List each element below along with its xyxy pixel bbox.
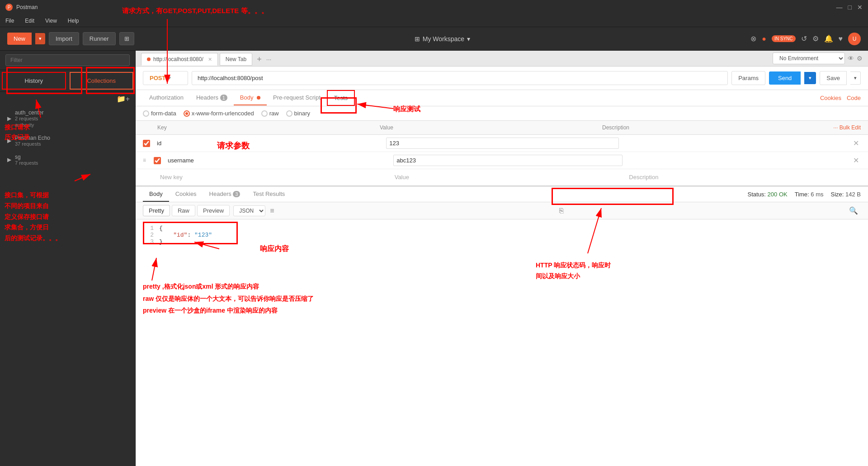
params-table: Key Value Description ··· Bulk Edit ✕ ≡ …: [136, 121, 868, 185]
add-tab-button[interactable]: +: [254, 55, 264, 64]
urlencoded-label: x-www-form-urlencoded: [192, 110, 254, 117]
resp-tab-test-results[interactable]: Test Results: [246, 187, 291, 202]
body-type-tabs: form-data x-www-form-urlencoded raw bina…: [136, 106, 868, 121]
row2-checkbox[interactable]: [154, 157, 161, 164]
interceptor-icon[interactable]: ⊗: [750, 34, 756, 43]
search-response-button[interactable]: 🔍: [846, 205, 861, 216]
close-btn[interactable]: ✕: [857, 4, 863, 11]
add-folder-button[interactable]: 📁+: [117, 95, 130, 103]
cookies-button[interactable]: Cookies: [820, 95, 841, 101]
menu-view[interactable]: View: [43, 17, 59, 25]
tab-tests[interactable]: Tests: [327, 90, 355, 106]
resp-tab-body[interactable]: Body: [143, 187, 169, 202]
row1-delete[interactable]: ✕: [851, 139, 861, 147]
row1-value[interactable]: [386, 138, 618, 149]
code-button[interactable]: Code: [847, 95, 861, 101]
raw-label: raw: [269, 110, 279, 117]
tab-authorization[interactable]: Authorization: [143, 90, 190, 105]
menu-help[interactable]: Help: [66, 17, 81, 25]
new-dropdown-arrow[interactable]: ▾: [35, 33, 45, 44]
filter-input[interactable]: [5, 54, 130, 66]
new-key-placeholder[interactable]: New key: [157, 172, 392, 182]
more-tabs-button[interactable]: ···: [266, 56, 272, 63]
sync-icon[interactable]: ●: [762, 35, 766, 43]
row2-value[interactable]: [393, 155, 622, 166]
binary-option[interactable]: binary: [286, 110, 310, 117]
row1-checkbox[interactable]: [143, 140, 150, 147]
window-controls[interactable]: — □ ✕: [836, 4, 863, 11]
list-item[interactable]: ▶ Postman Echo 37 requests: [0, 131, 135, 150]
new-button[interactable]: New: [7, 33, 32, 45]
tab-body[interactable]: Body: [234, 90, 267, 105]
notifications-icon[interactable]: 🔔: [824, 34, 833, 43]
newrow-spacer: [143, 172, 154, 182]
raw-radio[interactable]: [261, 110, 268, 117]
history-icon[interactable]: ↺: [801, 34, 807, 43]
wrap-icon[interactable]: ≡: [267, 206, 277, 216]
resp-raw-tab[interactable]: Raw: [172, 205, 195, 216]
tab-headers[interactable]: Headers 1: [190, 90, 234, 105]
runner-button[interactable]: Runner: [83, 32, 116, 45]
method-selector[interactable]: POST ▾: [143, 71, 188, 85]
json-value-id: "123": [194, 232, 212, 238]
minimize-btn[interactable]: —: [836, 4, 843, 11]
desc-header: Description: [602, 124, 825, 131]
list-item[interactable]: ▶ sg 7 requests: [0, 150, 135, 169]
environment-dropdown[interactable]: No Environment: [773, 52, 845, 64]
environment-eye-icon[interactable]: 👁: [848, 55, 854, 62]
workspace-selector[interactable]: ⊞ My Workspace ▾: [415, 35, 470, 43]
avatar[interactable]: U: [848, 33, 861, 45]
sidebar-actions: 📁+: [0, 92, 135, 106]
form-data-radio[interactable]: [143, 110, 149, 117]
url-input[interactable]: [192, 71, 728, 85]
resp-preview-tab[interactable]: Preview: [197, 205, 230, 216]
tab-bar: http://localhost:8080/ ✕ New Tab + ···: [136, 51, 767, 66]
tab-pre-request[interactable]: Pre-request Script: [267, 90, 327, 105]
form-data-option[interactable]: form-data: [143, 110, 176, 117]
tab-history[interactable]: History: [2, 72, 66, 90]
resp-pretty-tab[interactable]: Pretty: [143, 205, 170, 216]
import-button[interactable]: Import: [49, 32, 79, 45]
new-tab-item[interactable]: New Tab: [220, 53, 252, 66]
send-button[interactable]: Send: [769, 71, 801, 85]
copy-response-button[interactable]: ⎘: [557, 206, 566, 216]
line-number-2: 2: [143, 232, 154, 238]
layout-button[interactable]: ⊞: [119, 32, 134, 45]
urlencoded-option[interactable]: x-www-form-urlencoded: [184, 110, 254, 117]
raw-option[interactable]: raw: [261, 110, 279, 117]
size-value: 142 B: [845, 191, 861, 198]
urlencoded-radio[interactable]: [184, 110, 190, 117]
new-value-placeholder[interactable]: Value: [392, 172, 627, 182]
row2-delete[interactable]: ✕: [851, 156, 861, 165]
settings-icon[interactable]: ⚙: [812, 34, 819, 43]
save-dropdown-button[interactable]: ▾: [850, 71, 861, 85]
resp-tab-headers[interactable]: Headers 3: [203, 187, 247, 202]
send-dropdown-button[interactable]: ▾: [804, 72, 816, 84]
params-button[interactable]: Params: [731, 71, 765, 85]
resp-tab-cookies[interactable]: Cookies: [169, 187, 203, 202]
menu-edit[interactable]: Edit: [23, 17, 36, 25]
tabs-env-container: http://localhost:8080/ ✕ New Tab + ··· N…: [136, 51, 868, 67]
bulk-edit-button[interactable]: ··· Bulk Edit: [825, 124, 861, 131]
binary-radio[interactable]: [286, 110, 292, 117]
json-content: "id": "123": [159, 232, 212, 238]
tab-collections[interactable]: Collections: [70, 72, 134, 90]
row1-key[interactable]: [154, 138, 386, 149]
tab-close-icon[interactable]: ✕: [208, 57, 212, 62]
maximize-btn[interactable]: □: [848, 4, 852, 11]
format-selector[interactable]: JSON XML: [233, 205, 265, 216]
heart-icon[interactable]: ♥: [839, 35, 843, 43]
request-tabs: Authorization Headers 1 Body Pre-request…: [136, 90, 868, 106]
tab-item[interactable]: http://localhost:8080/ ✕: [141, 53, 218, 66]
list-item[interactable]: ▶ auth_center 2 requests authority: [0, 106, 135, 131]
row2-desc[interactable]: [623, 155, 851, 166]
menu-file[interactable]: File: [4, 17, 16, 25]
request-bar: POST ▾ Params Send ▾ Save ▾: [136, 67, 868, 90]
check-spacer: [143, 124, 154, 131]
row2-key[interactable]: [165, 155, 393, 166]
new-desc-placeholder[interactable]: Description: [626, 172, 861, 182]
save-button[interactable]: Save: [820, 71, 847, 85]
environment-gear-icon[interactable]: ⚙: [857, 55, 863, 62]
status-label: Status: 200 OK: [748, 191, 788, 198]
row1-desc[interactable]: [619, 138, 851, 149]
